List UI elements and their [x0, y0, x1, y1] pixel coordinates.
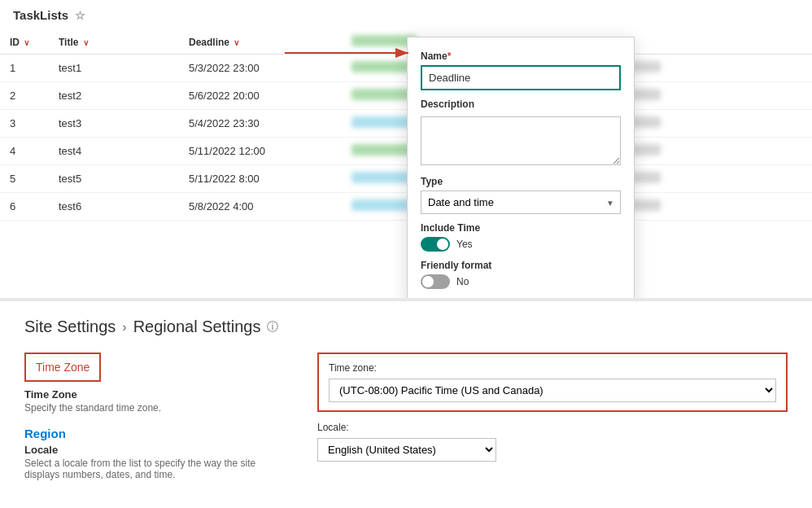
info-icon[interactable]: ⓘ [267, 320, 278, 335]
time-zone-desc: Specify the standard time zone. [24, 402, 285, 414]
cell-id: 4 [0, 138, 49, 165]
cell-title: test6 [49, 193, 179, 221]
locale-select[interactable]: English (United States) English (United … [317, 438, 496, 462]
cell-id: 3 [0, 110, 49, 138]
time-zone-box: Time Zone [24, 353, 101, 382]
cell-title: test1 [49, 55, 179, 82]
cell-deadline: 5/6/2022 20:00 [179, 82, 342, 110]
region-section: Region Locale Select a locale from the l… [24, 427, 285, 480]
include-time-label: Include Time [421, 222, 621, 234]
friendly-format-group: Friendly format No [421, 260, 621, 289]
include-time-group: Include Time Yes [421, 222, 621, 252]
locale-desc: Select a locale from the list to specify… [24, 458, 285, 480]
breadcrumb: Site Settings › Regional Settings ⓘ [24, 318, 788, 336]
popup-panel: Name* Description Type Date and time Sin… [407, 37, 635, 301]
type-select[interactable]: Date and time Single line of text Number… [421, 190, 621, 214]
settings-left: Time Zone Time Zone Specify the standard… [24, 353, 285, 490]
bottom-section: Site Settings › Regional Settings ⓘ Time… [0, 301, 812, 508]
include-time-value: Yes [456, 239, 473, 250]
breadcrumb-part2: Regional Settings [133, 318, 261, 336]
type-field-group: Type Date and time Single line of text N… [421, 176, 621, 214]
include-time-toggle-row: Yes [421, 237, 621, 252]
region-heading: Region [24, 427, 285, 440]
star-icon[interactable]: ☆ [75, 9, 85, 22]
cell-deadline: 5/8/2022 4:00 [179, 193, 342, 221]
arrow-diagram [285, 41, 415, 65]
cell-id: 6 [0, 193, 49, 221]
locale-field-label: Locale: [317, 422, 788, 433]
table-row: 6 test6 5/8/2022 4:00 [0, 193, 812, 221]
cell-id: 2 [0, 82, 49, 110]
cell-id: 1 [0, 55, 49, 82]
description-field-group: Description [421, 99, 621, 168]
table-row: 4 test4 5/11/2022 12:00 [0, 138, 812, 165]
tasklists-header: TaskLists ☆ [0, 0, 812, 30]
col-id-header[interactable]: ID ∨ [0, 30, 49, 55]
settings-right: Time zone: (UTC-08:00) Pacific Time (US … [317, 353, 788, 490]
table-row: 5 test5 5/11/2022 8:00 [0, 165, 812, 193]
friendly-format-toggle-row: No [421, 274, 621, 289]
breadcrumb-part1: Site Settings [24, 318, 116, 336]
type-select-wrapper: Date and time Single line of text Number… [421, 190, 621, 214]
cell-deadline: 5/11/2022 8:00 [179, 165, 342, 193]
cell-title: test5 [49, 165, 179, 193]
timezone-field-label: Time zone: [329, 362, 776, 374]
deadline-sort-icon: ∨ [234, 38, 239, 47]
time-zone-section-label: Time Zone [24, 388, 285, 401]
include-time-thumb [437, 239, 448, 250]
cell-deadline: 5/4/2022 23:30 [179, 110, 342, 138]
type-label: Type [421, 176, 621, 187]
cell-title: test2 [49, 82, 179, 110]
table-row: 3 test3 5/4/2022 23:30 [0, 110, 812, 138]
friendly-format-thumb [422, 276, 434, 287]
cell-title: test4 [49, 138, 179, 165]
description-label: Description [421, 99, 621, 110]
table-row: 2 test2 5/6/2022 20:00 [0, 82, 812, 110]
description-textarea[interactable] [421, 116, 621, 165]
cell-deadline: 5/11/2022 12:00 [179, 138, 342, 165]
id-sort-icon: ∨ [24, 38, 29, 47]
col-title-header[interactable]: Title ∨ [49, 30, 179, 55]
cell-id: 5 [0, 165, 49, 193]
locale-label: Locale [24, 444, 285, 456]
name-input[interactable] [421, 65, 621, 90]
timezone-select[interactable]: (UTC-08:00) Pacific Time (US and Canada)… [329, 379, 776, 402]
cell-title: test3 [49, 110, 179, 138]
top-section: TaskLists ☆ ID ∨ Title ∨ Deadline ∨ ∨ [0, 0, 812, 301]
title-sort-icon: ∨ [83, 38, 89, 47]
time-zone-box-label: Time Zone [36, 361, 89, 374]
tasklists-title: TaskLists [13, 8, 68, 22]
name-field-group: Name* [421, 50, 621, 90]
timezone-box: Time zone: (UTC-08:00) Pacific Time (US … [317, 353, 788, 412]
locale-section: Locale: English (United States) English … [317, 422, 788, 462]
settings-layout: Time Zone Time Zone Specify the standard… [24, 353, 788, 490]
friendly-format-value: No [456, 276, 469, 287]
breadcrumb-separator: › [122, 320, 126, 335]
friendly-format-toggle[interactable] [421, 274, 450, 289]
required-marker: * [447, 50, 452, 62]
include-time-toggle[interactable] [421, 237, 450, 252]
name-label: Name* [421, 50, 621, 62]
friendly-format-label: Friendly format [421, 260, 621, 271]
